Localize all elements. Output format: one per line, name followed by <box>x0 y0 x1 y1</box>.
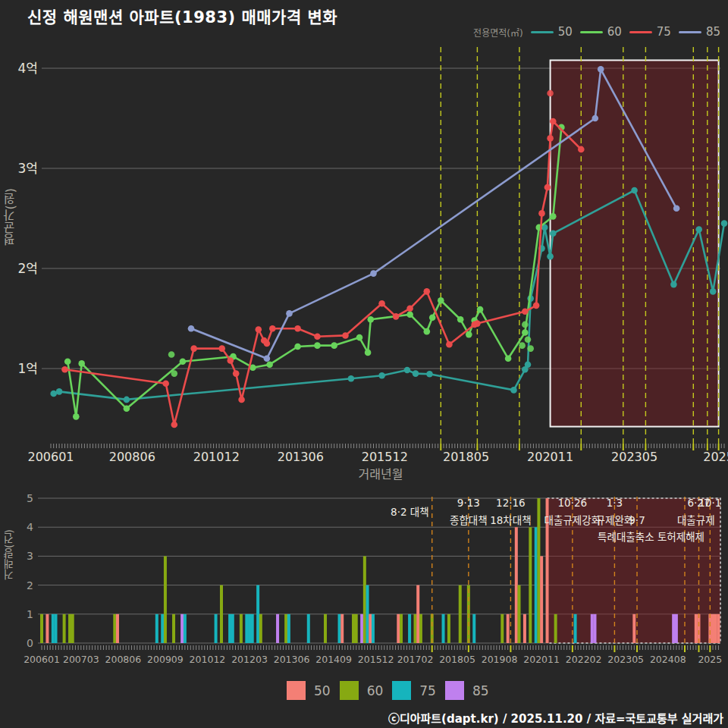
volume-bar[interactable] <box>116 614 119 643</box>
series-point-60[interactable] <box>78 360 85 367</box>
volume-bar[interactable] <box>340 614 344 643</box>
volume-bar[interactable] <box>180 614 184 643</box>
series-point-60[interactable] <box>124 406 130 413</box>
series-point-50[interactable] <box>404 367 411 374</box>
series-point-60[interactable] <box>368 316 375 323</box>
volume-bar-chart[interactable]: 0123452006012007032008062009092010122012… <box>0 485 728 675</box>
volume-bar[interactable] <box>324 614 327 643</box>
series-point-75[interactable] <box>162 381 169 388</box>
series-point-75[interactable] <box>550 118 557 125</box>
volume-bar[interactable] <box>352 614 355 643</box>
volume-bar[interactable] <box>447 614 450 643</box>
volume-bar[interactable] <box>372 614 375 643</box>
series-point-50[interactable] <box>525 361 532 368</box>
volume-bar[interactable] <box>172 614 175 643</box>
series-point-75[interactable] <box>533 303 540 309</box>
volume-bar[interactable] <box>593 614 596 643</box>
volume-bar[interactable] <box>397 614 400 643</box>
series-point-60[interactable] <box>356 334 363 341</box>
volume-bar[interactable] <box>355 614 358 643</box>
volume-bar[interactable] <box>500 614 504 643</box>
volume-bar[interactable] <box>68 614 71 643</box>
volume-bar[interactable] <box>363 556 366 643</box>
series-point-75[interactable] <box>269 325 276 332</box>
scatter-point-60[interactable] <box>527 345 534 352</box>
volume-bar[interactable] <box>55 614 58 643</box>
volume-bar[interactable] <box>164 556 167 643</box>
series-point-75[interactable] <box>294 325 301 332</box>
series-point-50[interactable] <box>56 388 63 395</box>
series-point-75[interactable] <box>171 422 178 428</box>
series-point-75[interactable] <box>264 340 271 347</box>
volume-bar[interactable] <box>714 614 717 643</box>
volume-bar[interactable] <box>515 527 518 643</box>
volume-bar[interactable] <box>459 585 462 643</box>
volume-bar[interactable] <box>416 585 419 643</box>
volume-bar[interactable] <box>369 614 372 643</box>
series-point-75[interactable] <box>190 345 197 352</box>
volume-bar[interactable] <box>220 585 223 643</box>
series-point-60[interactable] <box>331 342 337 349</box>
volume-bar[interactable] <box>442 614 445 643</box>
scatter-point-60[interactable] <box>168 351 175 358</box>
series-point-60[interactable] <box>424 328 431 335</box>
volume-bar[interactable] <box>251 614 254 643</box>
series-point-85[interactable] <box>370 270 377 277</box>
series-point-60[interactable] <box>73 413 80 420</box>
volume-bar[interactable] <box>52 614 55 643</box>
series-point-85[interactable] <box>264 356 271 362</box>
volume-bar[interactable] <box>276 614 279 643</box>
series-point-60[interactable] <box>294 344 301 350</box>
volume-bar[interactable] <box>161 614 164 643</box>
volume-bar[interactable] <box>632 614 635 643</box>
size-legend-item-50[interactable]: 50 <box>287 681 334 700</box>
series-point-60[interactable] <box>365 350 372 356</box>
series-point-50[interactable] <box>695 226 702 233</box>
series-point-75[interactable] <box>61 366 68 373</box>
volume-bar[interactable] <box>711 614 714 643</box>
series-point-75[interactable] <box>544 184 551 191</box>
scatter-point-75[interactable] <box>547 90 554 97</box>
series-point-50[interactable] <box>50 391 57 397</box>
volume-bar[interactable] <box>113 614 116 643</box>
volume-bar[interactable] <box>672 614 675 643</box>
volume-bar[interactable] <box>537 498 540 643</box>
series-point-60[interactable] <box>266 361 273 368</box>
volume-bar[interactable] <box>695 614 698 643</box>
series-point-85[interactable] <box>592 115 599 122</box>
series-point-60[interactable] <box>314 342 321 349</box>
size-legend-item-85[interactable]: 85 <box>445 681 493 700</box>
volume-bar[interactable] <box>366 585 369 643</box>
series-point-50[interactable] <box>124 397 130 403</box>
scatter-point-60[interactable] <box>522 322 529 328</box>
volume-bar[interactable] <box>287 614 290 643</box>
volume-bar[interactable] <box>408 614 411 643</box>
volume-bar[interactable] <box>248 614 251 643</box>
series-point-75[interactable] <box>474 320 481 327</box>
series-point-85[interactable] <box>673 206 680 212</box>
series-point-60[interactable] <box>406 311 413 318</box>
series-point-75[interactable] <box>218 345 225 352</box>
series-point-50[interactable] <box>426 371 433 378</box>
series-point-60[interactable] <box>505 356 512 362</box>
volume-bar[interactable] <box>540 556 543 643</box>
series-point-60[interactable] <box>477 306 484 313</box>
series-point-75[interactable] <box>547 135 554 142</box>
series-point-60[interactable] <box>64 358 71 365</box>
volume-bar[interactable] <box>215 614 218 643</box>
volume-bar[interactable] <box>400 614 403 643</box>
series-point-75[interactable] <box>522 308 529 315</box>
volume-bar[interactable] <box>413 614 416 643</box>
series-point-75[interactable] <box>342 332 349 339</box>
series-point-75[interactable] <box>578 146 585 153</box>
volume-bar[interactable] <box>574 614 577 643</box>
volume-bar[interactable] <box>71 614 74 643</box>
volume-bar[interactable] <box>535 527 538 643</box>
series-point-60[interactable] <box>180 358 187 365</box>
series-point-85[interactable] <box>598 66 604 73</box>
series-point-50[interactable] <box>547 253 554 260</box>
series-point-50[interactable] <box>670 281 677 288</box>
series-point-50[interactable] <box>413 370 419 377</box>
volume-bar[interactable] <box>419 614 422 643</box>
volume-bar[interactable] <box>529 527 532 643</box>
